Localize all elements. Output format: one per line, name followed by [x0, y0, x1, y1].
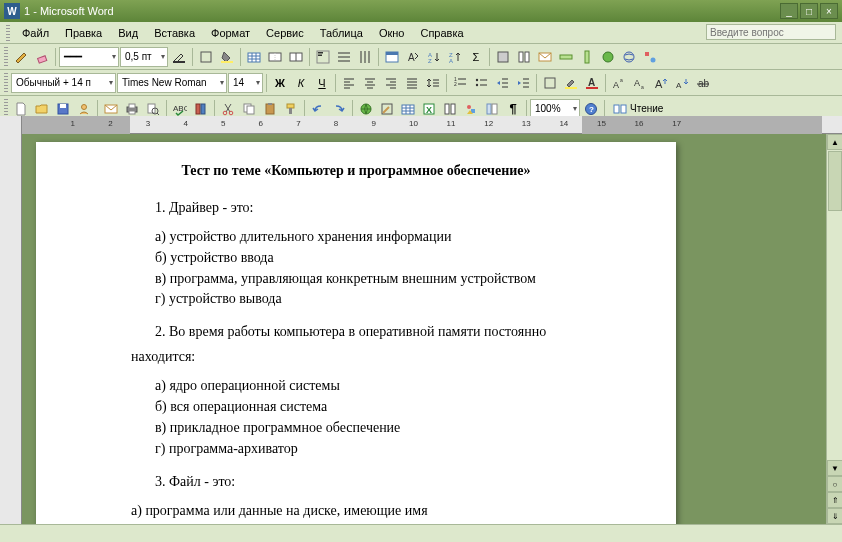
shrink-font-icon[interactable]: A	[672, 73, 692, 93]
vertical-scrollbar[interactable]: ▲ ▼ ○ ⇑ ⇓	[826, 134, 842, 524]
svg-text:X: X	[426, 105, 432, 115]
align-left-icon[interactable]	[339, 73, 359, 93]
line-spacing-icon[interactable]	[423, 73, 443, 93]
q1-option-b: б) устройство ввода	[155, 249, 581, 268]
toolbar-separator	[536, 74, 537, 92]
insert-table-icon[interactable]	[244, 47, 264, 67]
columns-icon[interactable]	[514, 47, 534, 67]
subscript-icon[interactable]: Aa	[630, 73, 650, 93]
grow-font-icon[interactable]: A	[651, 73, 671, 93]
insert-rows-icon[interactable]	[556, 47, 576, 67]
page-scroll[interactable]: Тест по теме «Компьютер и программное об…	[22, 134, 826, 524]
menubar-grip[interactable]	[6, 25, 10, 41]
language-icon[interactable]	[598, 47, 618, 67]
prev-page-button[interactable]: ⇑	[827, 492, 842, 508]
insert-hyperlink-icon[interactable]	[619, 47, 639, 67]
ruler-number: 17	[672, 119, 681, 128]
decrease-indent-icon[interactable]	[492, 73, 512, 93]
border-color-icon[interactable]	[169, 47, 189, 67]
toolbar-separator	[446, 74, 447, 92]
font-select[interactable]: Times New Roman	[117, 73, 227, 93]
line-weight-select[interactable]: 0,5 пт	[120, 47, 168, 67]
line-style-select[interactable]: ━━━	[59, 47, 119, 67]
document-page[interactable]: Тест по теме «Компьютер и программное об…	[36, 142, 676, 524]
menu-view[interactable]: Вид	[110, 25, 146, 41]
svg-rect-1	[173, 61, 185, 63]
drawing-toolbar-icon[interactable]	[640, 47, 660, 67]
toolbar-grip[interactable]	[4, 47, 8, 67]
svg-rect-114	[445, 104, 449, 114]
outside-border-icon[interactable]	[540, 73, 560, 93]
outside-border-icon[interactable]	[196, 47, 216, 67]
numbering-icon[interactable]: 12	[450, 73, 470, 93]
menu-tools[interactable]: Сервис	[258, 25, 312, 41]
help-search-input[interactable]	[706, 24, 836, 40]
svg-line-93	[157, 113, 159, 115]
menu-table[interactable]: Таблица	[312, 25, 371, 41]
font-color-icon[interactable]: A	[582, 73, 602, 93]
ruler-number: 8	[334, 119, 338, 128]
svg-rect-14	[318, 52, 323, 54]
autosum-icon[interactable]: Σ	[466, 47, 486, 67]
svg-rect-33	[560, 55, 572, 59]
menu-format[interactable]: Формат	[203, 25, 258, 41]
close-button[interactable]: ×	[820, 3, 838, 19]
svg-text:A: A	[613, 80, 619, 90]
browse-object-button[interactable]: ○	[827, 476, 842, 492]
scroll-thumb[interactable]	[828, 151, 842, 211]
toolbar-separator	[55, 48, 56, 66]
horizontal-ruler[interactable]: 1234567891011121314151617	[22, 116, 842, 134]
svg-rect-72	[545, 78, 555, 88]
distribute-cols-icon[interactable]	[355, 47, 375, 67]
sort-asc-icon[interactable]: AZ	[424, 47, 444, 67]
envelope-icon[interactable]	[535, 47, 555, 67]
menu-help[interactable]: Справка	[412, 25, 471, 41]
align-top-left-icon[interactable]	[313, 47, 333, 67]
bullets-icon[interactable]	[471, 73, 491, 93]
scroll-down-button[interactable]: ▼	[827, 460, 842, 476]
shading-color-icon[interactable]	[217, 47, 237, 67]
next-page-button[interactable]: ⇓	[827, 508, 842, 524]
svg-point-35	[603, 52, 613, 62]
style-select[interactable]: Обычный + 14 п	[11, 73, 116, 93]
underline-button[interactable]: Ч	[312, 73, 332, 93]
menu-window[interactable]: Окно	[371, 25, 413, 41]
superscript-icon[interactable]: Aa	[609, 73, 629, 93]
font-value: Times New Roman	[122, 77, 207, 88]
eraser-icon[interactable]	[32, 47, 52, 67]
scroll-up-button[interactable]: ▲	[827, 134, 842, 150]
text-direction-icon[interactable]: A	[403, 47, 423, 67]
split-cells-icon[interactable]	[286, 47, 306, 67]
increase-indent-icon[interactable]	[513, 73, 533, 93]
maximize-button[interactable]: □	[800, 3, 818, 19]
insert-cols-icon[interactable]	[577, 47, 597, 67]
ruler-number: 16	[635, 119, 644, 128]
minimize-button[interactable]: _	[780, 3, 798, 19]
strikethrough-icon[interactable]: ab	[693, 73, 713, 93]
bold-button[interactable]: Ж	[270, 73, 290, 93]
toolbar-separator	[240, 48, 241, 66]
toolbar-separator	[526, 100, 527, 118]
sort-desc-icon[interactable]: ZA	[445, 47, 465, 67]
toolbar-grip[interactable]	[4, 73, 8, 93]
svg-rect-85	[60, 104, 66, 108]
ruler-number: 3	[146, 119, 150, 128]
question-2-prompt: 2. Во время работы компьютера в оператив…	[155, 323, 581, 342]
font-size-select[interactable]: 14	[228, 73, 263, 93]
italic-button[interactable]: К	[291, 73, 311, 93]
draw-table-icon[interactable]	[11, 47, 31, 67]
shading-icon[interactable]	[493, 47, 513, 67]
table-autoformat-icon[interactable]	[382, 47, 402, 67]
align-right-icon[interactable]	[381, 73, 401, 93]
highlight-icon[interactable]	[561, 73, 581, 93]
menu-edit[interactable]: Правка	[57, 25, 110, 41]
align-justify-icon[interactable]	[402, 73, 422, 93]
vertical-ruler[interactable]	[0, 116, 22, 524]
menu-insert[interactable]: Вставка	[146, 25, 203, 41]
menu-file[interactable]: Файл	[14, 25, 57, 41]
ruler-number: 1	[71, 119, 75, 128]
merge-cells-icon[interactable]	[265, 47, 285, 67]
distribute-rows-icon[interactable]	[334, 47, 354, 67]
svg-rect-102	[268, 103, 272, 105]
align-center-icon[interactable]	[360, 73, 380, 93]
